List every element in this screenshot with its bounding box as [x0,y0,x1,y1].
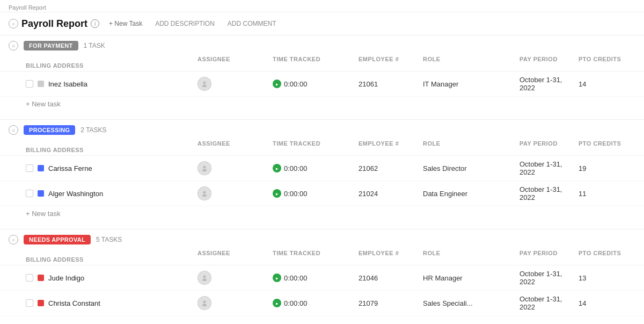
new-task-button[interactable]: + New Task [106,18,145,30]
priority-icon [38,81,44,87]
svg-point-11 [202,279,207,282]
task-checkbox[interactable] [26,80,33,88]
time-value: 0:00:00 [284,190,307,198]
play-icon[interactable] [273,189,281,198]
section-badge-for-payment[interactable]: FOR PAYMENT [24,41,78,51]
new-task-row-for-payment[interactable]: + New task [0,97,644,111]
task-name-cell: Jude Indigo [26,274,197,282]
avatar[interactable] [197,186,211,200]
avatar[interactable] [197,271,211,285]
col-header-processing-4: PAY PERIOD [519,140,579,147]
col-header-needs-approval-6: BILLING ADDRESS [26,256,197,263]
info-icon[interactable]: i [91,19,99,28]
play-icon[interactable] [273,273,281,282]
avatar[interactable] [197,77,211,91]
section-collapse-needs-approval[interactable]: ○ [9,235,18,244]
pto-credits: 14 [579,80,644,88]
time-value: 0:00:00 [284,164,307,172]
section-badge-processing[interactable]: PROCESSING [24,125,75,135]
col-header-processing-6: BILLING ADDRESS [26,147,197,153]
person-icon [201,275,208,281]
task-checkbox[interactable] [26,299,33,307]
task-name-cell: Alger Washington [26,190,197,198]
task-name-cell: Inez Isabella [26,80,197,88]
pay-period: October 1-31, 2022 [519,295,579,311]
svg-point-5 [202,169,207,172]
pay-period: October 1-31, 2022 [519,76,579,92]
new-task-row-processing[interactable]: + New task [0,206,644,221]
columns-row-processing: ASSIGNEETIME TRACKEDEMPLOYEE #ROLEPAY PE… [0,138,644,156]
svg-point-4 [203,166,206,169]
priority-icon [38,300,44,306]
section-divider [0,111,644,120]
time-cell: 0:00:00 [273,189,358,198]
col-header-for-payment-6: BILLING ADDRESS [26,62,197,69]
person-icon [201,81,208,87]
svg-rect-12 [38,300,44,306]
role: HR Manager [423,274,519,282]
svg-rect-6 [38,190,44,197]
table-row: Mat Phoebe 0:00:00 21008 Sales Speciali.… [0,316,644,316]
add-comment-button[interactable]: ADD COMMENT [224,18,280,30]
col-header-processing-3: ROLE [423,140,519,147]
pto-credits: 14 [579,299,644,307]
section-divider [0,221,644,229]
task-checkbox[interactable] [26,190,33,197]
task-name[interactable]: Inez Isabella [48,80,87,88]
breadcrumb: Payroll Report [0,0,644,12]
play-icon[interactable] [273,164,281,172]
avatar[interactable] [197,296,211,310]
section-collapse-for-payment[interactable]: ○ [9,41,18,51]
role: IT Manager [423,80,519,88]
col-header-needs-approval-5: PTO CREDITS [579,250,644,256]
section-collapse-processing[interactable]: ○ [9,125,18,135]
table-row: Alger Washington 0:00:00 21024 Data Engi… [0,181,644,206]
page-title: Payroll Report [21,18,87,30]
col-header-needs-approval-1: TIME TRACKED [273,250,358,256]
col-header-for-payment-2: EMPLOYEE # [358,56,423,62]
task-name[interactable]: Jude Indigo [48,274,84,282]
section-header-processing: ○ PROCESSING 2 TASKS [0,120,644,138]
add-description-button[interactable]: ADD DESCRIPTION [152,18,218,30]
time-cell: 0:00:00 [273,80,358,88]
employee-number: 21062 [358,164,423,172]
assignee-cell [197,77,273,91]
svg-point-14 [202,304,207,307]
svg-point-8 [202,195,207,197]
task-name[interactable]: Alger Washington [48,190,103,198]
col-header-for-payment-3: ROLE [423,56,519,62]
section-task-count-needs-approval: 5 TASKS [96,236,122,243]
svg-rect-3 [38,165,44,171]
role: Sales Director [423,164,519,172]
columns-row-needs-approval: ASSIGNEETIME TRACKEDEMPLOYEE #ROLEPAY PE… [0,248,644,265]
section-header-for-payment: ○ FOR PAYMENT 1 TASK [0,35,644,54]
play-icon[interactable] [273,80,281,88]
table-row: Christa Constant 0:00:00 21079 Sales Spe… [0,291,644,316]
time-cell: 0:00:00 [273,164,358,172]
pto-credits: 11 [579,190,644,198]
play-icon[interactable] [273,299,281,307]
task-name[interactable]: Carissa Ferne [48,164,92,172]
assignee-cell [197,271,273,285]
task-name[interactable]: Christa Constant [48,299,100,307]
task-checkbox[interactable] [26,164,33,172]
svg-rect-9 [38,275,44,281]
task-checkbox[interactable] [26,274,33,282]
svg-point-2 [202,85,207,88]
avatar[interactable] [197,161,211,175]
collapse-icon[interactable]: ○ [9,19,18,28]
employee-number: 21061 [358,80,423,88]
col-header-needs-approval-4: PAY PERIOD [519,250,579,256]
person-icon [201,190,208,197]
time-value: 0:00:00 [284,274,307,282]
col-header-for-payment-4: PAY PERIOD [519,56,579,62]
time-cell: 0:00:00 [273,273,358,282]
assignee-cell [197,161,273,175]
section-badge-needs-approval[interactable]: NEEDS APPROVAL [24,235,91,244]
svg-point-13 [203,301,206,304]
person-icon [201,300,208,306]
svg-point-7 [203,191,206,194]
employee-number: 21024 [358,190,423,198]
col-header-processing-1: TIME TRACKED [273,140,358,147]
employee-number: 21046 [358,274,423,282]
